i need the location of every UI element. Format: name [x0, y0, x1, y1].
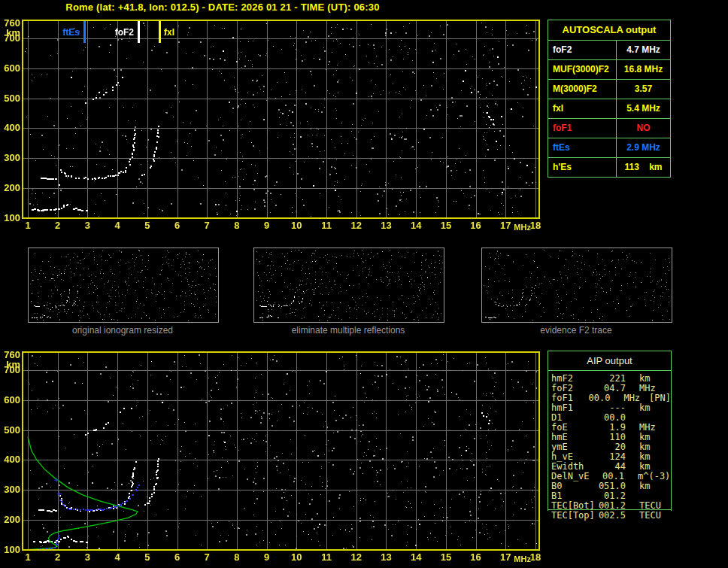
autoscala-screen: { "header": { "title": "Rome (lat: +41.8… — [0, 0, 728, 568]
autoscala-output-table: AUTOSCALA output foF24.7 MHzMUF(3000)F21… — [548, 20, 671, 178]
autoscala-row-hEs: h'Es113 km — [548, 158, 670, 177]
parameter-label: fxI — [548, 99, 617, 118]
parameter-label: foF1 — [548, 119, 617, 138]
parameter-label: ftEs — [548, 138, 617, 157]
aip-table-rows: hmF2221kmfoF204.7MHzfoF100.0MHz[PN]hmF1-… — [548, 371, 671, 521]
parameter-value: 2.9 MHz — [617, 138, 670, 157]
aip-unit: km — [639, 481, 669, 491]
parameter-label: MUF(3000)F2 — [548, 60, 617, 79]
parameter-value: 3.57 — [617, 80, 670, 99]
autoscala-row-foF2: foF24.7 MHz — [548, 41, 670, 60]
aip-value: 00.0 — [587, 393, 610, 403]
bottom-ionogram-canvas — [0, 345, 545, 568]
autoscala-row-foF1: foF1NO — [548, 119, 670, 138]
aip-row-TEC[Top]: TEC[Top]002.5TECU — [551, 511, 671, 521]
foF2-marker-label: foF2 — [101, 27, 134, 38]
parameter-value: 113 km — [617, 158, 670, 177]
fxI-marker-line — [159, 21, 161, 43]
autoscala-row-ftEs: ftEs2.9 MHz — [548, 138, 670, 158]
parameter-label: foF2 — [548, 41, 617, 59]
aip-unit: TECU — [639, 511, 669, 521]
thumbnail-caption: original ionogram resized — [28, 325, 217, 336]
aip-unit: km — [639, 403, 669, 413]
ftEs-marker-line — [83, 21, 86, 43]
autoscala-table-rows: foF24.7 MHzMUF(3000)F216.8 MHzM(3000)F23… — [548, 41, 670, 177]
aip-table-title: AIP output — [548, 351, 671, 371]
autoscala-table-title: AUTOSCALA output — [548, 20, 670, 41]
aip-table-bottom-border — [548, 509, 672, 510]
parameter-value: 4.7 MHz — [617, 41, 670, 59]
thumbnail-original-ionogram — [28, 248, 219, 323]
parameter-value: 5.4 MHz — [617, 99, 670, 118]
parameter-value: NO — [617, 119, 670, 138]
thumbnail-caption: eliminate multiple reflections — [253, 325, 443, 336]
foF2-marker-line — [138, 21, 140, 43]
aip-label: TEC[Top] — [551, 511, 597, 521]
aip-row-hmE: hmE110km — [551, 433, 671, 442]
aip-extra: [PN] — [649, 393, 671, 403]
parameter-label: M(3000)F2 — [548, 80, 617, 99]
aip-output-table: AIP output hmF2221kmfoF204.7MHzfoF100.0M… — [548, 351, 672, 511]
autoscala-row-fxI: fxI5.4 MHz — [548, 99, 670, 119]
thumbnail-caption: evidence F2 trace — [481, 325, 671, 336]
ftEs-marker-label: ftEs — [47, 27, 80, 38]
parameter-value: 16.8 MHz — [617, 60, 670, 79]
parameter-label: h'Es — [548, 158, 617, 177]
thumbnail-evidence-f2-trace — [481, 248, 672, 323]
fxI-marker-label: fxI — [164, 27, 174, 38]
thumbnail-eliminate-reflections — [253, 248, 444, 323]
aip-value: 002.5 — [597, 511, 626, 521]
autoscala-row-MUF3000F2: MUF(3000)F216.8 MHz — [548, 60, 670, 80]
autoscala-row-M3000F2: M(3000)F23.57 — [548, 80, 670, 99]
page-title: Rome (lat: +41.8, lon: 012.5) - DATE: 20… — [0, 2, 445, 13]
top-ionogram-canvas — [0, 14, 545, 238]
